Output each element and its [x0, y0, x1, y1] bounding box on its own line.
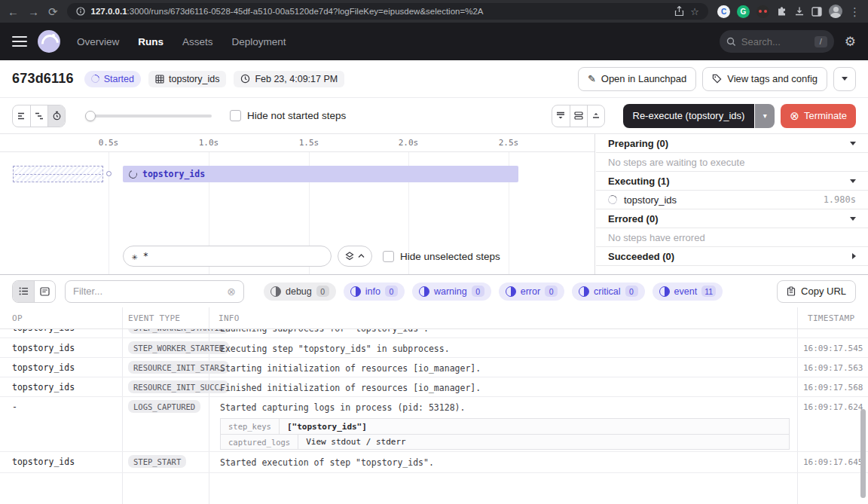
- extensions-puzzle-icon[interactable]: [776, 6, 787, 17]
- global-search[interactable]: /: [720, 30, 834, 53]
- log-collapse-segment: [552, 105, 605, 127]
- site-info-icon[interactable]: [76, 7, 85, 16]
- hide-unselected-checkbox[interactable]: [383, 251, 394, 262]
- gantt-mode-timed-icon[interactable]: [47, 105, 65, 127]
- browser-back-icon[interactable]: ←: [8, 6, 19, 17]
- timestamp-cell[interactable]: 16:09:17.624: [803, 402, 863, 412]
- chip-info[interactable]: info 0: [344, 283, 405, 301]
- gantt-mode-waterfall-icon[interactable]: [30, 105, 47, 127]
- timestamp-cell[interactable]: 16:09:17.645: [803, 457, 863, 467]
- timestamp-cell[interactable]: 16:09:17.545: [803, 344, 863, 353]
- browser-menu-icon[interactable]: ⋮: [849, 6, 860, 17]
- search-input[interactable]: [741, 36, 809, 47]
- log-view-segment: [12, 280, 56, 303]
- succeeded-section-header[interactable]: Succeeded (0): [596, 247, 868, 266]
- view-stdout-stderr-link[interactable]: View stdout / stderr: [298, 437, 413, 447]
- run-view-toolbar: Hide not started steps Re-execute (topst…: [0, 98, 868, 134]
- clear-filter-icon[interactable]: ⊗: [227, 286, 236, 298]
- log-filter-input[interactable]: [73, 286, 222, 297]
- run-status-badge[interactable]: Started: [84, 71, 141, 87]
- executing-section-header[interactable]: Executing (1): [596, 172, 868, 191]
- log-row[interactable]: topstory_ids RESOURCE_INIT_STAR… Startin…: [0, 358, 868, 377]
- event-type-badge: STEP_WORKER_STARTI…: [128, 329, 229, 334]
- extension-icon-2[interactable]: [756, 5, 769, 18]
- job-tag[interactable]: topstory_ids: [148, 71, 226, 87]
- step-duration: 1.980s: [824, 194, 856, 205]
- log-row-clipped[interactable]: topstory_ids STEP_WORKER_STARTI… Launchi…: [0, 329, 868, 338]
- terminate-x-icon: ⊗: [790, 110, 799, 121]
- slider-knob[interactable]: [85, 111, 96, 121]
- chip-event[interactable]: event 11: [653, 283, 723, 301]
- caret-down-icon: [850, 142, 856, 145]
- chip-count: 0: [472, 286, 484, 297]
- address-bar[interactable]: 127.0.0.1:3000/runs/673d6116-0528-45df-a…: [67, 3, 708, 20]
- hide-not-started-label: Hide not started steps: [247, 110, 346, 121]
- terminate-button[interactable]: ⊗ Terminate: [781, 104, 856, 128]
- open-in-launchpad-button[interactable]: ✎ Open in Launchpad: [578, 67, 696, 91]
- hide-not-started-checkbox[interactable]: [230, 110, 241, 121]
- chip-debug[interactable]: debug 0: [264, 283, 336, 301]
- downloads-icon[interactable]: [794, 6, 805, 17]
- gantt-connector-dot: [106, 171, 112, 176]
- executing-step-row[interactable]: topstory_ids 1.980s: [596, 191, 868, 209]
- browser-forward-icon[interactable]: →: [28, 6, 39, 17]
- errored-section-header[interactable]: Errored (0): [596, 209, 868, 228]
- gantt-step-bar[interactable]: topstory_ids: [123, 166, 518, 182]
- preparing-section-header[interactable]: Preparing (0): [596, 134, 868, 153]
- axis-tick: 1.5s: [299, 138, 319, 148]
- chip-critical[interactable]: critical 0: [572, 283, 644, 301]
- run-more-actions-button[interactable]: [833, 67, 856, 91]
- log-list-view-icon[interactable]: [13, 281, 34, 302]
- log-filter-input-box[interactable]: ⊗: [65, 280, 244, 303]
- log-structured-view-icon[interactable]: [34, 281, 55, 302]
- browser-refresh-icon[interactable]: ⟳: [48, 6, 58, 17]
- log-row-logs-captured[interactable]: - LOGS_CAPTURED Started capturing logs i…: [0, 397, 868, 452]
- gantt-mode-flat-icon[interactable]: [13, 105, 30, 127]
- settings-gear-icon[interactable]: ⚙: [845, 34, 856, 50]
- spinner-icon: [90, 73, 101, 84]
- gantt-waiting-box: [13, 166, 103, 182]
- log-scrollbar-thumb[interactable]: [860, 409, 866, 498]
- chevron-down-icon: ▾: [763, 111, 767, 120]
- nav-item-runs[interactable]: Runs: [138, 36, 164, 47]
- step-selector-input[interactable]: ✳: [123, 246, 332, 267]
- reexecute-dropdown[interactable]: ▾: [755, 104, 775, 128]
- caret-right-icon: [852, 253, 856, 259]
- expand-panel-icon[interactable]: [587, 105, 604, 127]
- start-time-tag[interactable]: Feb 23, 4:09:17 PM: [234, 71, 344, 87]
- graph-options-button[interactable]: [338, 246, 372, 267]
- nav-item-deployment[interactable]: Deployment: [232, 36, 286, 47]
- pencil-icon: ✎: [588, 73, 596, 84]
- nav-item-overview[interactable]: Overview: [77, 36, 119, 47]
- chip-warning[interactable]: warning 0: [412, 283, 491, 301]
- step-selection-value[interactable]: [143, 251, 322, 261]
- hide-unselected-label: Hide unselected steps: [400, 251, 500, 262]
- dagster-logo[interactable]: [38, 30, 60, 53]
- reexecute-button[interactable]: Re-execute (topstory_ids) ▾: [623, 104, 775, 128]
- share-icon[interactable]: [674, 6, 684, 17]
- nav-item-assets[interactable]: Assets: [182, 36, 213, 47]
- tag-icon: [712, 74, 722, 84]
- gantt-zoom-slider[interactable]: [85, 111, 212, 121]
- log-level-chips: debug 0 info 0 warning 0 error 0 critica…: [264, 283, 723, 301]
- errored-empty-text: No steps have errored: [596, 228, 868, 247]
- run-id: 673d6116: [12, 71, 74, 87]
- hamburger-menu-icon[interactable]: [12, 36, 27, 47]
- grammarly-extension-icon[interactable]: G: [737, 5, 750, 18]
- event-type-badge: STEP_WORKER_STARTED: [128, 341, 229, 354]
- log-row[interactable]: topstory_ids RESOURCE_INIT_SUCC… Finishe…: [0, 377, 868, 397]
- profile-avatar[interactable]: [829, 5, 842, 18]
- chip-error[interactable]: error 0: [499, 283, 564, 301]
- bookmark-star-icon[interactable]: ☆: [690, 7, 699, 17]
- col-op: OP: [12, 313, 23, 323]
- log-row[interactable]: topstory_ids STEP_WORKER_STARTED Executi…: [0, 338, 868, 358]
- view-tags-config-button[interactable]: View tags and config: [702, 67, 827, 91]
- log-row[interactable]: topstory_ids STEP_START Started executio…: [0, 452, 868, 473]
- extension-icon-1[interactable]: C: [717, 5, 730, 18]
- copy-url-button[interactable]: Copy URL: [777, 280, 856, 303]
- split-panel-icon[interactable]: [570, 105, 587, 127]
- side-panel-icon[interactable]: [811, 7, 822, 17]
- timestamp-cell[interactable]: 16:09:17.563: [803, 363, 863, 373]
- timestamp-cell[interactable]: 16:09:17.568: [803, 383, 863, 393]
- collapse-panel-icon[interactable]: [552, 105, 570, 127]
